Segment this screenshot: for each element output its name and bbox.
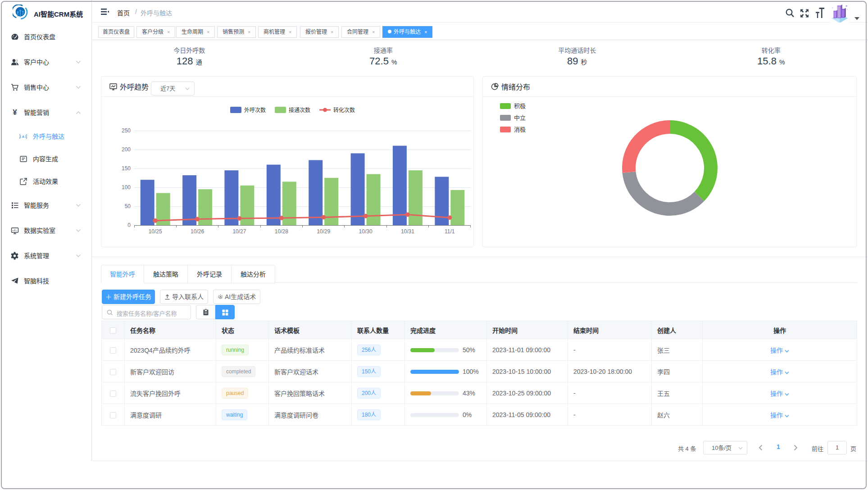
svg-text:中立: 中立 bbox=[514, 114, 526, 121]
svg-text:消极: 消极 bbox=[514, 126, 526, 133]
svg-text:10/25: 10/25 bbox=[149, 228, 162, 235]
svg-text:10/26: 10/26 bbox=[191, 228, 204, 235]
svg-text:10/31: 10/31 bbox=[401, 228, 414, 235]
svg-text:10/30: 10/30 bbox=[359, 228, 373, 235]
svg-text:积极: 积极 bbox=[514, 103, 526, 109]
svg-text:100: 100 bbox=[122, 184, 131, 191]
svg-text:11/1: 11/1 bbox=[445, 228, 455, 235]
svg-text:10/27: 10/27 bbox=[232, 228, 246, 235]
svg-text:A: A bbox=[22, 135, 25, 139]
svg-text:转化次数: 转化次数 bbox=[333, 107, 355, 113]
svg-text:200: 200 bbox=[122, 146, 131, 153]
svg-text:10/28: 10/28 bbox=[275, 228, 288, 235]
svg-text:150: 150 bbox=[122, 165, 131, 172]
svg-text:接通次数: 接通次数 bbox=[289, 107, 310, 113]
svg-text:0: 0 bbox=[127, 222, 131, 228]
svg-text:外呼次数: 外呼次数 bbox=[244, 107, 266, 113]
svg-text:10/29: 10/29 bbox=[317, 228, 330, 235]
svg-text:50: 50 bbox=[125, 203, 131, 209]
svg-text:250: 250 bbox=[122, 127, 131, 134]
